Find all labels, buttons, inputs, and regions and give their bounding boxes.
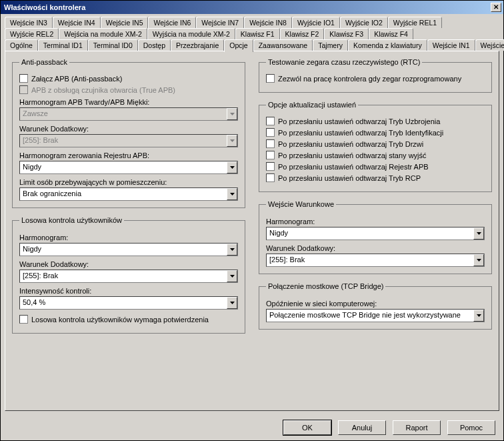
tab[interactable]: Wejście IN2 xyxy=(475,39,504,51)
chevron-down-icon[interactable] xyxy=(473,228,484,240)
tab[interactable]: Wejście IN4 xyxy=(53,17,101,28)
group-random-check: Losowa kontrola użytkowników Harmonogram… xyxy=(12,216,245,334)
report-button[interactable]: Raport xyxy=(393,420,441,435)
svg-marker-6 xyxy=(230,302,235,304)
label-apb-sched: Harmonogram APB Twardy/APB Miękki: xyxy=(19,98,238,106)
chevron-down-icon xyxy=(227,108,237,120)
tab[interactable]: Klawisz F3 xyxy=(324,28,369,39)
tab[interactable]: Wyjście REL1 xyxy=(388,17,442,28)
checkbox-label: Losowa kontrola użytkowników wymaga potw… xyxy=(31,316,209,324)
checkbox-rtc-allow[interactable]: Zezwól na pracę kontrolera gdy zegar roz… xyxy=(266,74,485,83)
label-cond-sched: Harmonogram: xyxy=(266,217,485,226)
checkbox-upd2[interactable]: Po przesłaniu ustawień odtwarzaj Tryb Id… xyxy=(266,128,485,137)
close-button[interactable]: ✕ xyxy=(491,3,501,12)
ok-button[interactable]: OK xyxy=(283,420,331,435)
svg-marker-9 xyxy=(477,314,481,317)
checkbox-label: Po przesłaniu ustawień odtwarzaj Rejestr… xyxy=(278,163,429,171)
group-tcp-bridge: Połączenie mostkowe (TCP Bridge) Opóźnie… xyxy=(259,282,492,330)
checkbox-label: APB z obsługą czujnika otwarcia (True AP… xyxy=(31,86,175,94)
svg-marker-1 xyxy=(230,139,235,142)
chevron-down-icon[interactable] xyxy=(473,310,484,322)
group-cond-input: Wejście Warunkowe Harmonogram: Nigdy War… xyxy=(259,200,492,274)
tab[interactable]: Klawisz F4 xyxy=(369,28,413,39)
chevron-down-icon[interactable] xyxy=(227,270,237,282)
group-label: Połączenie mostkowe (TCP Bridge) xyxy=(266,282,385,290)
checkbox-upd1[interactable]: Po przesłaniu ustawień odtwarzaj Tryb Uz… xyxy=(266,117,485,125)
group-label: Opcje aktualizacji ustawień xyxy=(266,101,358,109)
group-label: Testowanie zegara czasu rzeczywistego (R… xyxy=(266,58,422,66)
label-bridge-delay: Opóźnienie w sieci komputerowej: xyxy=(266,300,485,308)
checkbox-label: Po przesłaniu ustawień odtwarzaj Tryb Uz… xyxy=(278,117,440,125)
label-apb-limit: Limit osób przebywających w pomieszczeni… xyxy=(19,178,238,186)
tab[interactable]: Przezbrajanie xyxy=(171,39,224,51)
help-button[interactable]: Pomoc xyxy=(447,420,495,435)
checkbox-rand-confirm[interactable]: Losowa kontrola użytkowników wymaga potw… xyxy=(19,315,238,324)
svg-marker-0 xyxy=(230,113,235,115)
group-anti-passback: Anti-passback Załącz APB (Anti-passback)… xyxy=(12,58,245,208)
tab[interactable]: Wejście IN7 xyxy=(196,17,244,28)
tab[interactable]: Wejście IN1 xyxy=(427,39,475,51)
tab[interactable]: Terminal ID0 xyxy=(88,39,138,51)
group-rtc: Testowanie zegara czasu rzeczywistego (R… xyxy=(259,58,492,93)
tab[interactable]: Wyjście IO1 xyxy=(292,17,340,28)
chevron-down-icon[interactable] xyxy=(227,188,237,200)
checkbox-upd4[interactable]: Po przesłaniu ustawień odtwarzaj stany w… xyxy=(266,151,485,159)
tab[interactable]: Wejście IN6 xyxy=(148,17,196,28)
chevron-down-icon[interactable] xyxy=(227,161,237,173)
tab[interactable]: Wyjście REL2 xyxy=(5,28,59,39)
tab[interactable]: Wejścia na module XM-2 xyxy=(59,28,147,39)
tab[interactable]: Klawisz F2 xyxy=(280,28,325,39)
svg-marker-2 xyxy=(230,166,235,169)
checkbox-upd6[interactable]: Po przesłaniu ustawień odtwarzaj Tryb RC… xyxy=(266,173,485,182)
label-apb-cond: Warunek Dodatkowy: xyxy=(19,125,238,133)
tab[interactable]: Komenda z klawiatury xyxy=(348,39,427,51)
combo-rand-intens[interactable]: 50,4 % xyxy=(19,296,238,310)
tab[interactable]: Dostęp xyxy=(138,39,171,51)
group-label: Wejście Warunkowe xyxy=(266,200,336,208)
titlebar: Właściwości kontrolera ✕ xyxy=(1,1,503,14)
checkbox-label: Zezwól na pracę kontrolera gdy zegar roz… xyxy=(278,75,461,83)
tab[interactable]: Wejście IN8 xyxy=(244,17,292,28)
combo-apb-sched: Zawsze xyxy=(19,107,238,121)
group-label: Anti-passback xyxy=(19,58,69,66)
tab[interactable]: Opcje xyxy=(224,39,253,52)
tab[interactable]: Klawisz F1 xyxy=(235,28,280,39)
combo-apb-reset[interactable]: Nigdy xyxy=(19,161,238,174)
combo-cond-cond[interactable]: [255]: Brak xyxy=(266,254,485,267)
tab-strip: Wejście IN3Wejście IN4Wejście IN5Wejście… xyxy=(1,14,503,51)
chevron-down-icon xyxy=(227,135,237,147)
svg-marker-7 xyxy=(477,232,481,235)
tab-panel-opcje: Anti-passback Załącz APB (Anti-passback)… xyxy=(5,51,499,411)
checkbox-upd3[interactable]: Po przesłaniu ustawień odtwarzaj Tryb Dr… xyxy=(266,139,485,148)
tab[interactable]: Zaawansowane xyxy=(253,39,313,51)
tab[interactable]: Wejście IN3 xyxy=(5,17,53,28)
checkbox-label: Załącz APB (Anti-passback) xyxy=(31,75,122,83)
tab[interactable]: Terminal ID1 xyxy=(38,39,88,51)
tab[interactable]: Wyjście IO2 xyxy=(340,17,388,28)
chevron-down-icon[interactable] xyxy=(227,244,237,256)
label-apb-reset: Harmonogram zerowania Rejestru APB: xyxy=(19,151,238,159)
svg-marker-3 xyxy=(230,193,235,195)
tab[interactable]: Wyjścia na module XM-2 xyxy=(147,28,235,39)
group-label: Losowa kontrola użytkowników xyxy=(19,216,124,224)
checkbox-upd5[interactable]: Po przesłaniu ustawień odtwarzaj Rejestr… xyxy=(266,162,485,171)
chevron-down-icon[interactable] xyxy=(227,297,237,309)
checkbox-apb-enable[interactable]: Załącz APB (Anti-passback) xyxy=(19,74,238,83)
combo-rand-cond[interactable]: [255]: Brak xyxy=(19,270,238,283)
combo-cond-sched[interactable]: Nigdy xyxy=(266,227,485,240)
checkbox-label: Po przesłaniu ustawień odtwarzaj Tryb Id… xyxy=(278,129,443,137)
label-rand-intens: Intensywność kontroli: xyxy=(19,287,238,295)
cancel-button[interactable]: Anuluj xyxy=(338,420,386,435)
tab[interactable]: Tajmery xyxy=(313,39,348,51)
label-rand-sched: Harmonogram: xyxy=(19,234,238,242)
tab[interactable]: Ogólne xyxy=(5,39,38,51)
tab[interactable]: Wejście IN5 xyxy=(101,17,149,28)
combo-bridge-delay[interactable]: Połączenie mostkowe TCP Bridge nie jest … xyxy=(266,309,485,322)
combo-rand-sched[interactable]: Nigdy xyxy=(19,243,238,256)
combo-apb-cond: [255]: Brak xyxy=(19,134,238,147)
checkbox-apb-true: APB z obsługą czujnika otwarcia (True AP… xyxy=(19,85,238,94)
svg-marker-8 xyxy=(477,259,481,262)
checkbox-label: Po przesłaniu ustawień odtwarzaj Tryb RC… xyxy=(278,174,421,182)
combo-apb-limit[interactable]: Brak ograniczenia xyxy=(19,187,238,201)
chevron-down-icon[interactable] xyxy=(473,254,484,266)
